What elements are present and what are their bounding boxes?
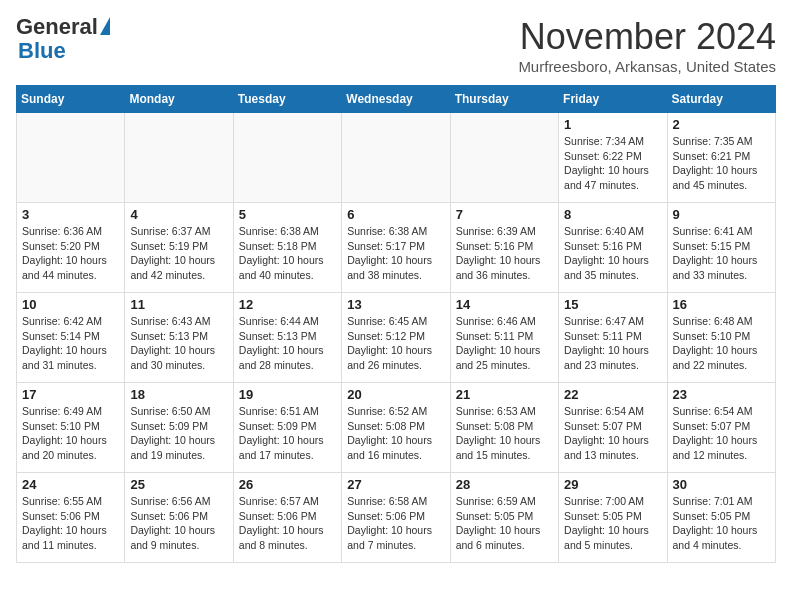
week-row-5: 24Sunrise: 6:55 AMSunset: 5:06 PMDayligh… <box>17 473 776 563</box>
day-number: 1 <box>564 117 661 132</box>
day-info: Sunrise: 6:49 AMSunset: 5:10 PMDaylight:… <box>22 404 119 463</box>
calendar-cell <box>342 113 450 203</box>
day-number: 10 <box>22 297 119 312</box>
day-number: 11 <box>130 297 227 312</box>
day-info: Sunrise: 6:44 AMSunset: 5:13 PMDaylight:… <box>239 314 336 373</box>
calendar-cell: 20Sunrise: 6:52 AMSunset: 5:08 PMDayligh… <box>342 383 450 473</box>
calendar-cell: 29Sunrise: 7:00 AMSunset: 5:05 PMDayligh… <box>559 473 667 563</box>
day-number: 26 <box>239 477 336 492</box>
day-number: 14 <box>456 297 553 312</box>
day-number: 20 <box>347 387 444 402</box>
day-info: Sunrise: 6:52 AMSunset: 5:08 PMDaylight:… <box>347 404 444 463</box>
day-info: Sunrise: 6:54 AMSunset: 5:07 PMDaylight:… <box>564 404 661 463</box>
day-info: Sunrise: 6:48 AMSunset: 5:10 PMDaylight:… <box>673 314 770 373</box>
day-info: Sunrise: 6:54 AMSunset: 5:07 PMDaylight:… <box>673 404 770 463</box>
day-info: Sunrise: 7:00 AMSunset: 5:05 PMDaylight:… <box>564 494 661 553</box>
calendar-cell: 1Sunrise: 7:34 AMSunset: 6:22 PMDaylight… <box>559 113 667 203</box>
calendar-cell <box>450 113 558 203</box>
calendar-cell: 23Sunrise: 6:54 AMSunset: 5:07 PMDayligh… <box>667 383 775 473</box>
day-number: 25 <box>130 477 227 492</box>
calendar-header-friday: Friday <box>559 86 667 113</box>
calendar-header-tuesday: Tuesday <box>233 86 341 113</box>
day-number: 4 <box>130 207 227 222</box>
calendar-cell: 30Sunrise: 7:01 AMSunset: 5:05 PMDayligh… <box>667 473 775 563</box>
week-row-1: 1Sunrise: 7:34 AMSunset: 6:22 PMDaylight… <box>17 113 776 203</box>
day-info: Sunrise: 6:40 AMSunset: 5:16 PMDaylight:… <box>564 224 661 283</box>
location: Murfreesboro, Arkansas, United States <box>518 58 776 75</box>
logo-triangle-icon <box>100 17 110 35</box>
day-number: 16 <box>673 297 770 312</box>
page-header: General Blue November 2024 Murfreesboro,… <box>16 16 776 75</box>
day-info: Sunrise: 6:59 AMSunset: 5:05 PMDaylight:… <box>456 494 553 553</box>
calendar-header-saturday: Saturday <box>667 86 775 113</box>
day-number: 21 <box>456 387 553 402</box>
day-info: Sunrise: 6:36 AMSunset: 5:20 PMDaylight:… <box>22 224 119 283</box>
day-number: 13 <box>347 297 444 312</box>
day-info: Sunrise: 6:55 AMSunset: 5:06 PMDaylight:… <box>22 494 119 553</box>
calendar-cell: 11Sunrise: 6:43 AMSunset: 5:13 PMDayligh… <box>125 293 233 383</box>
day-info: Sunrise: 6:42 AMSunset: 5:14 PMDaylight:… <box>22 314 119 373</box>
calendar-cell <box>233 113 341 203</box>
calendar-cell: 9Sunrise: 6:41 AMSunset: 5:15 PMDaylight… <box>667 203 775 293</box>
calendar-cell: 5Sunrise: 6:38 AMSunset: 5:18 PMDaylight… <box>233 203 341 293</box>
day-number: 2 <box>673 117 770 132</box>
calendar-cell <box>125 113 233 203</box>
day-number: 22 <box>564 387 661 402</box>
calendar-cell: 25Sunrise: 6:56 AMSunset: 5:06 PMDayligh… <box>125 473 233 563</box>
day-info: Sunrise: 6:50 AMSunset: 5:09 PMDaylight:… <box>130 404 227 463</box>
day-number: 29 <box>564 477 661 492</box>
week-row-4: 17Sunrise: 6:49 AMSunset: 5:10 PMDayligh… <box>17 383 776 473</box>
calendar-cell: 26Sunrise: 6:57 AMSunset: 5:06 PMDayligh… <box>233 473 341 563</box>
calendar-cell: 16Sunrise: 6:48 AMSunset: 5:10 PMDayligh… <box>667 293 775 383</box>
day-number: 15 <box>564 297 661 312</box>
day-info: Sunrise: 7:01 AMSunset: 5:05 PMDaylight:… <box>673 494 770 553</box>
calendar-cell: 2Sunrise: 7:35 AMSunset: 6:21 PMDaylight… <box>667 113 775 203</box>
calendar-cell: 6Sunrise: 6:38 AMSunset: 5:17 PMDaylight… <box>342 203 450 293</box>
calendar-cell: 12Sunrise: 6:44 AMSunset: 5:13 PMDayligh… <box>233 293 341 383</box>
day-number: 17 <box>22 387 119 402</box>
day-number: 6 <box>347 207 444 222</box>
title-block: November 2024 Murfreesboro, Arkansas, Un… <box>518 16 776 75</box>
day-number: 23 <box>673 387 770 402</box>
day-info: Sunrise: 6:45 AMSunset: 5:12 PMDaylight:… <box>347 314 444 373</box>
day-info: Sunrise: 6:38 AMSunset: 5:18 PMDaylight:… <box>239 224 336 283</box>
calendar-header-row: SundayMondayTuesdayWednesdayThursdayFrid… <box>17 86 776 113</box>
calendar-cell: 18Sunrise: 6:50 AMSunset: 5:09 PMDayligh… <box>125 383 233 473</box>
calendar-cell: 13Sunrise: 6:45 AMSunset: 5:12 PMDayligh… <box>342 293 450 383</box>
logo-general-text: General <box>16 16 98 38</box>
calendar-cell: 3Sunrise: 6:36 AMSunset: 5:20 PMDaylight… <box>17 203 125 293</box>
calendar-cell: 27Sunrise: 6:58 AMSunset: 5:06 PMDayligh… <box>342 473 450 563</box>
day-number: 8 <box>564 207 661 222</box>
day-number: 7 <box>456 207 553 222</box>
day-info: Sunrise: 6:37 AMSunset: 5:19 PMDaylight:… <box>130 224 227 283</box>
day-number: 5 <box>239 207 336 222</box>
calendar-table: SundayMondayTuesdayWednesdayThursdayFrid… <box>16 85 776 563</box>
calendar-cell: 7Sunrise: 6:39 AMSunset: 5:16 PMDaylight… <box>450 203 558 293</box>
logo: General Blue <box>16 16 110 64</box>
day-info: Sunrise: 7:34 AMSunset: 6:22 PMDaylight:… <box>564 134 661 193</box>
day-number: 3 <box>22 207 119 222</box>
day-number: 18 <box>130 387 227 402</box>
day-info: Sunrise: 6:58 AMSunset: 5:06 PMDaylight:… <box>347 494 444 553</box>
calendar-header-monday: Monday <box>125 86 233 113</box>
day-number: 30 <box>673 477 770 492</box>
day-info: Sunrise: 6:57 AMSunset: 5:06 PMDaylight:… <box>239 494 336 553</box>
week-row-2: 3Sunrise: 6:36 AMSunset: 5:20 PMDaylight… <box>17 203 776 293</box>
day-number: 28 <box>456 477 553 492</box>
day-info: Sunrise: 6:39 AMSunset: 5:16 PMDaylight:… <box>456 224 553 283</box>
day-info: Sunrise: 6:38 AMSunset: 5:17 PMDaylight:… <box>347 224 444 283</box>
calendar-cell: 28Sunrise: 6:59 AMSunset: 5:05 PMDayligh… <box>450 473 558 563</box>
calendar-cell: 10Sunrise: 6:42 AMSunset: 5:14 PMDayligh… <box>17 293 125 383</box>
logo-blue-text: Blue <box>18 38 66 63</box>
calendar-header-sunday: Sunday <box>17 86 125 113</box>
calendar-cell: 4Sunrise: 6:37 AMSunset: 5:19 PMDaylight… <box>125 203 233 293</box>
month-title: November 2024 <box>518 16 776 58</box>
day-info: Sunrise: 6:53 AMSunset: 5:08 PMDaylight:… <box>456 404 553 463</box>
day-number: 9 <box>673 207 770 222</box>
calendar-cell: 24Sunrise: 6:55 AMSunset: 5:06 PMDayligh… <box>17 473 125 563</box>
day-info: Sunrise: 7:35 AMSunset: 6:21 PMDaylight:… <box>673 134 770 193</box>
day-info: Sunrise: 6:56 AMSunset: 5:06 PMDaylight:… <box>130 494 227 553</box>
calendar-header-wednesday: Wednesday <box>342 86 450 113</box>
day-info: Sunrise: 6:41 AMSunset: 5:15 PMDaylight:… <box>673 224 770 283</box>
calendar-cell: 14Sunrise: 6:46 AMSunset: 5:11 PMDayligh… <box>450 293 558 383</box>
